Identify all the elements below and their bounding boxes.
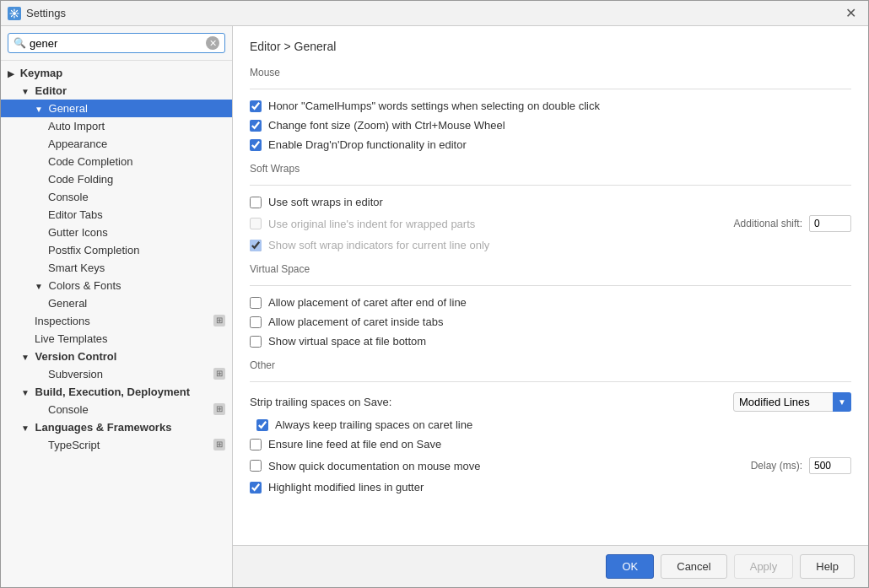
colors-fonts-arrow: ▼ xyxy=(35,282,43,291)
sidebar-item-code-folding[interactable]: Code Folding xyxy=(1,170,232,188)
always-keep-trailing-row: Always keep trailing spaces on caret lin… xyxy=(250,418,851,431)
build-console-badge-icon: ⊞ xyxy=(213,403,225,415)
sidebar-item-editor[interactable]: ▼ Editor xyxy=(1,82,232,100)
camel-humps-checkbox[interactable] xyxy=(250,100,262,112)
delay-input[interactable] xyxy=(809,457,851,474)
general-arrow: ▼ xyxy=(35,105,43,114)
search-icon: 🔍 xyxy=(13,37,26,49)
typescript-badge-icon: ⊞ xyxy=(213,439,225,450)
use-soft-wraps-row: Use soft wraps in editor xyxy=(250,196,851,208)
caret-inside-tabs-row: Allow placement of caret inside tabs xyxy=(250,316,851,328)
sidebar-item-colors-general-label: General xyxy=(48,297,87,310)
show-quick-docs-checkbox[interactable] xyxy=(250,460,262,472)
camel-humps-row: Honor "CamelHumps" words settings when s… xyxy=(250,100,851,112)
sidebar-item-general-label: General xyxy=(49,102,88,115)
right-panel: Editor > General Mouse Honor "CamelHumps… xyxy=(233,26,868,587)
show-quick-docs-label: Show quick documentation on mouse move xyxy=(268,460,480,472)
virtual-at-bottom-checkbox[interactable] xyxy=(250,336,262,348)
ok-button[interactable]: OK xyxy=(606,554,654,579)
sidebar-item-code-completion[interactable]: Code Completion xyxy=(1,153,232,170)
sidebar-item-subversion-label: Subversion xyxy=(48,368,103,380)
show-quick-docs-row: Show quick documentation on mouse move D… xyxy=(250,457,851,474)
use-soft-wraps-checkbox[interactable] xyxy=(250,197,262,208)
caret-after-end-checkbox[interactable] xyxy=(250,297,262,309)
sidebar-item-keymap[interactable]: ▶ Keymap xyxy=(1,64,232,82)
sidebar-item-version-control[interactable]: ▼ Version Control xyxy=(1,348,232,365)
caret-after-end-label: Allow placement of caret after end of li… xyxy=(268,296,467,309)
close-button[interactable]: ✕ xyxy=(840,5,861,22)
sidebar-item-languages-frameworks[interactable]: ▼ Languages & Frameworks xyxy=(1,418,232,436)
wrap-indicators-checkbox[interactable] xyxy=(250,240,262,251)
mouse-section-label: Mouse xyxy=(250,67,851,78)
right-content: Editor > General Mouse Honor "CamelHumps… xyxy=(233,26,868,545)
sidebar-item-build-console[interactable]: Console ⊞ xyxy=(1,401,232,418)
sidebar-item-auto-import[interactable]: Auto Import xyxy=(1,117,232,135)
sidebar-item-colors-fonts-label: Colors & Fonts xyxy=(49,279,121,292)
sidebar-item-colors-general[interactable]: General xyxy=(1,294,232,312)
search-input[interactable] xyxy=(30,37,206,50)
keymap-arrow: ▶ xyxy=(8,69,14,78)
cancel-button[interactable]: Cancel xyxy=(661,554,726,579)
subversion-badge: ⊞ xyxy=(213,368,225,380)
drag-drop-label: Enable Drag'n'Drop functionality in edit… xyxy=(268,138,467,151)
always-keep-trailing-checkbox[interactable] xyxy=(256,419,268,431)
ensure-line-feed-row: Ensure line feed at file end on Save xyxy=(250,438,851,450)
strip-dropdown-wrapper: None All Modified Lines ▼ xyxy=(733,392,851,412)
sidebar-item-editor-tabs[interactable]: Editor Tabs xyxy=(1,206,232,224)
sidebar-item-build-console-label: Console xyxy=(48,403,89,416)
settings-icon xyxy=(8,7,21,20)
always-keep-trailing-label: Always keep trailing spaces on caret lin… xyxy=(275,418,472,431)
drag-drop-checkbox[interactable] xyxy=(250,139,262,151)
sidebar-item-live-templates[interactable]: Live Templates xyxy=(1,330,232,348)
sidebar-item-appearance[interactable]: Appearance xyxy=(1,135,232,153)
virtual-space-divider xyxy=(250,285,851,286)
original-indent-checkbox[interactable] xyxy=(250,218,262,229)
sidebar-item-gutter-icons-label: Gutter Icons xyxy=(48,226,108,239)
search-clear-button[interactable]: ✕ xyxy=(206,36,219,50)
sidebar-item-gutter-icons[interactable]: Gutter Icons xyxy=(1,224,232,241)
sidebar-item-code-folding-label: Code Folding xyxy=(48,173,113,186)
zoom-font-checkbox[interactable] xyxy=(250,120,262,132)
additional-shift-field: Additional shift: xyxy=(734,215,851,232)
virtual-space-section-label: Virtual Space xyxy=(250,263,851,275)
sidebar-item-subversion[interactable]: Subversion ⊞ xyxy=(1,365,232,383)
sidebar-item-smart-keys[interactable]: Smart Keys xyxy=(1,259,232,277)
inspections-badge-icon: ⊞ xyxy=(213,315,225,326)
sidebar-item-languages-frameworks-label: Languages & Frameworks xyxy=(35,421,172,434)
delay-label: Delay (ms): xyxy=(751,460,802,472)
help-button[interactable]: Help xyxy=(800,554,855,579)
sidebar: 🔍 ✕ ▶ Keymap ▼ Editor ▼ xyxy=(1,26,233,587)
strip-dropdown[interactable]: None All Modified Lines xyxy=(733,392,851,412)
caret-after-end-row: Allow placement of caret after end of li… xyxy=(250,296,851,309)
sidebar-item-build-execution[interactable]: ▼ Build, Execution, Deployment xyxy=(1,383,232,401)
zoom-font-label: Change font size (Zoom) with Ctrl+Mouse … xyxy=(268,119,505,132)
highlight-modified-checkbox[interactable] xyxy=(250,482,262,494)
drag-drop-row: Enable Drag'n'Drop functionality in edit… xyxy=(250,138,851,151)
sidebar-item-keymap-label: Keymap xyxy=(20,67,63,79)
caret-inside-tabs-checkbox[interactable] xyxy=(250,316,262,328)
sidebar-item-editor-tabs-label: Editor Tabs xyxy=(48,208,103,221)
strip-trailing-row: Strip trailing spaces on Save: None All … xyxy=(250,392,851,412)
apply-button[interactable]: Apply xyxy=(734,554,794,579)
sidebar-item-typescript[interactable]: TypeScript ⊞ xyxy=(1,436,232,454)
sidebar-item-colors-fonts[interactable]: ▼ Colors & Fonts xyxy=(1,277,232,294)
sidebar-item-postfix-completion[interactable]: Postfix Completion xyxy=(1,241,232,259)
sidebar-item-inspections[interactable]: Inspections ⊞ xyxy=(1,312,232,330)
soft-wraps-section-label: Soft Wraps xyxy=(250,163,851,175)
search-box: 🔍 ✕ xyxy=(1,26,232,61)
sidebar-item-console[interactable]: Console xyxy=(1,188,232,206)
strip-trailing-label: Strip trailing spaces on Save: xyxy=(250,396,391,408)
sidebar-item-postfix-completion-label: Postfix Completion xyxy=(48,244,139,256)
sidebar-item-live-templates-label: Live Templates xyxy=(35,332,107,345)
ensure-line-feed-checkbox[interactable] xyxy=(250,439,262,450)
sidebar-item-general[interactable]: ▼ General xyxy=(1,100,232,117)
strip-dropdown-container: None All Modified Lines ▼ xyxy=(733,392,851,412)
sidebar-item-version-control-label: Version Control xyxy=(35,350,117,363)
original-indent-label: Use original line's indent for wrapped p… xyxy=(268,218,475,230)
other-section-label: Other xyxy=(250,359,851,371)
additional-shift-input[interactable] xyxy=(809,215,851,232)
subversion-badge-icon: ⊞ xyxy=(213,368,225,380)
sidebar-item-build-execution-label: Build, Execution, Deployment xyxy=(35,386,190,398)
editor-arrow: ▼ xyxy=(21,87,30,96)
sidebar-item-appearance-label: Appearance xyxy=(48,138,107,150)
